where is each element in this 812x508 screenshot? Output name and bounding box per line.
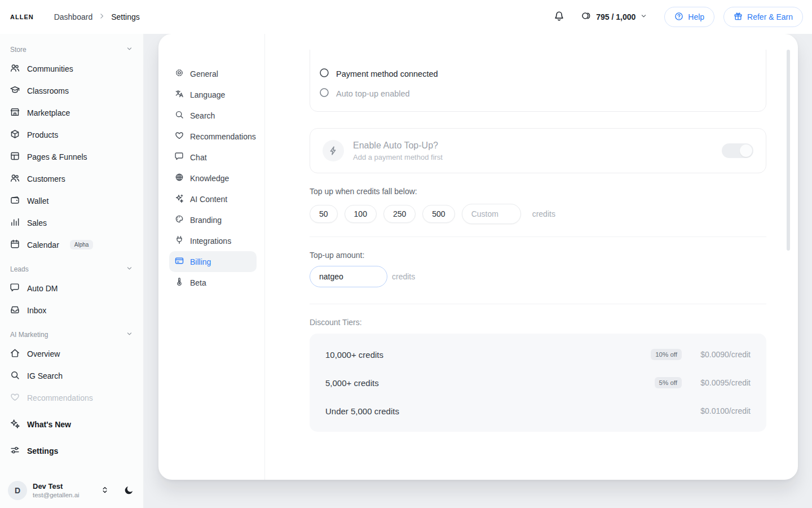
- user-email: test@getallen.ai: [33, 491, 80, 499]
- auto-topup-title: Enable Auto Top-Up?: [353, 141, 443, 151]
- chevron-down-icon: [126, 265, 133, 274]
- settings-tab-chat[interactable]: Chat: [169, 147, 257, 168]
- account-switcher-button[interactable]: [100, 485, 109, 496]
- settings-tab-ai-content[interactable]: AI Content: [169, 189, 257, 209]
- sidebar-item-calendar[interactable]: Calendar Alpha: [6, 234, 138, 256]
- sidebar-section-ai-marketing[interactable]: AI Marketing: [6, 327, 138, 343]
- sidebar-section-store[interactable]: Store: [6, 42, 138, 58]
- topup-amount-input[interactable]: [310, 266, 387, 287]
- sidebar-item-label: Inbox: [27, 306, 46, 315]
- credits-dropdown[interactable]: 795 / 1,000: [581, 11, 647, 23]
- sidebar-item-classrooms[interactable]: Classrooms: [6, 80, 138, 102]
- sidebar-item-label: Settings: [27, 446, 58, 456]
- sidebar-item-whats-new[interactable]: What's New: [6, 413, 138, 435]
- user-profile[interactable]: D Dev Test test@getallen.ai: [6, 479, 139, 502]
- section-label: Leads: [10, 265, 29, 273]
- status-payment-method: Payment method connected: [319, 64, 757, 84]
- settings-tab-label: AI Content: [190, 195, 227, 204]
- users-icon: [10, 63, 20, 75]
- settings-tab-label: Knowledge: [190, 174, 229, 183]
- auto-topup-subtitle: Add a payment method first: [353, 153, 443, 161]
- auto-topup-toggle[interactable]: [722, 143, 753, 158]
- chevron-right-icon: [98, 12, 105, 21]
- thermometer-icon: [175, 277, 184, 288]
- box-icon: [10, 129, 20, 141]
- sidebar-item-ig-search[interactable]: IG Search: [6, 365, 138, 387]
- sidebar: Store Communities Classrooms Marketplace…: [0, 34, 144, 508]
- tier-row: 10,000+ credits 10% off $0.0090/credit: [325, 340, 751, 369]
- plug-icon: [175, 235, 184, 246]
- sidebar-item-label: Auto DM: [27, 284, 58, 293]
- settings-tab-billing[interactable]: Billing: [169, 251, 257, 272]
- settings-tab-language[interactable]: Language: [169, 84, 257, 105]
- settings-tab-beta[interactable]: Beta: [169, 272, 257, 293]
- heart-icon: [175, 131, 184, 142]
- settings-tab-integrations[interactable]: Integrations: [169, 230, 257, 251]
- question-circle-icon: [674, 12, 683, 23]
- avatar: D: [8, 481, 27, 500]
- threshold-preset-500[interactable]: 500: [422, 205, 454, 223]
- palette-icon: [175, 214, 184, 225]
- help-button[interactable]: Help: [664, 7, 714, 27]
- help-label: Help: [688, 12, 704, 21]
- threshold-preset-50[interactable]: 50: [310, 205, 338, 223]
- settings-panel: General Language Search Recommendations …: [158, 34, 798, 480]
- allen-logo[interactable]: ALLEN: [10, 14, 34, 20]
- section-label: Store: [10, 46, 27, 54]
- settings-tab-recommendations[interactable]: Recommendations: [169, 126, 257, 147]
- sidebar-item-products[interactable]: Products: [6, 124, 138, 146]
- sidebar-item-auto-dm[interactable]: Auto DM: [6, 277, 138, 299]
- gear-icon: [175, 68, 184, 79]
- sidebar-item-label: Communities: [27, 64, 73, 73]
- settings-tab-label: Beta: [190, 278, 206, 287]
- lightning-icon: [323, 140, 344, 161]
- search-icon: [10, 370, 20, 382]
- refer-earn-label: Refer & Earn: [747, 12, 793, 21]
- section-divider: [310, 304, 766, 304]
- sidebar-item-marketplace[interactable]: Marketplace: [6, 102, 138, 124]
- translate-icon: [175, 89, 184, 100]
- settings-tab-label: General: [190, 69, 218, 78]
- sparkles-icon: [10, 419, 20, 430]
- sidebar-section-leads[interactable]: Leads: [6, 261, 138, 277]
- status-label: Payment method connected: [336, 69, 438, 78]
- sidebar-item-customers[interactable]: Customers: [6, 168, 138, 190]
- billing-content: Payment method connected Auto top-up ena…: [265, 34, 798, 480]
- settings-tab-knowledge[interactable]: Knowledge: [169, 168, 257, 189]
- settings-tab-search[interactable]: Search: [169, 105, 257, 126]
- user-name: Dev Test: [33, 482, 80, 491]
- gift-icon: [734, 12, 743, 23]
- threshold-preset-100[interactable]: 100: [345, 205, 377, 223]
- sidebar-item-overview[interactable]: Overview: [6, 343, 138, 365]
- toggle-knob: [740, 144, 752, 157]
- settings-tab-general[interactable]: General: [169, 63, 257, 84]
- graduation-cap-icon: [10, 85, 20, 97]
- sidebar-item-label: What's New: [27, 420, 71, 429]
- refer-earn-button[interactable]: Refer & Earn: [723, 7, 803, 27]
- amount-unit-label: credits: [392, 272, 415, 281]
- main-content: General Language Search Recommendations …: [144, 34, 812, 508]
- sidebar-item-pages-funnels[interactable]: Pages & Funnels: [6, 146, 138, 168]
- threshold-custom-input[interactable]: [462, 204, 521, 224]
- top-bar: ALLEN Dashboard Settings 795 / 1,000 Hel…: [0, 0, 812, 34]
- dark-mode-toggle[interactable]: [124, 485, 134, 497]
- settings-tab-branding[interactable]: Branding: [169, 209, 257, 230]
- scrollbar[interactable]: [787, 50, 790, 251]
- notifications-button[interactable]: [554, 11, 564, 23]
- threshold-preset-250[interactable]: 250: [383, 205, 416, 223]
- sliders-icon: [10, 445, 20, 457]
- sidebar-item-settings[interactable]: Settings: [6, 440, 138, 462]
- sidebar-item-label: IG Search: [27, 371, 63, 380]
- sidebar-item-label: Overview: [27, 349, 60, 358]
- settings-tab-label: Chat: [190, 153, 207, 162]
- sidebar-item-inbox[interactable]: Inbox: [6, 299, 138, 321]
- sidebar-item-wallet[interactable]: Wallet: [6, 190, 138, 212]
- threshold-label: Top up when credits fall below:: [310, 187, 766, 196]
- sidebar-item-sales[interactable]: Sales: [6, 212, 138, 234]
- layout-icon: [10, 151, 20, 163]
- tier-price: $0.0095/credit: [690, 378, 751, 387]
- settings-tab-label: Language: [190, 90, 225, 99]
- sidebar-item-communities[interactable]: Communities: [6, 58, 138, 80]
- breadcrumb-dashboard[interactable]: Dashboard: [54, 12, 93, 21]
- circle-icon: [319, 87, 329, 99]
